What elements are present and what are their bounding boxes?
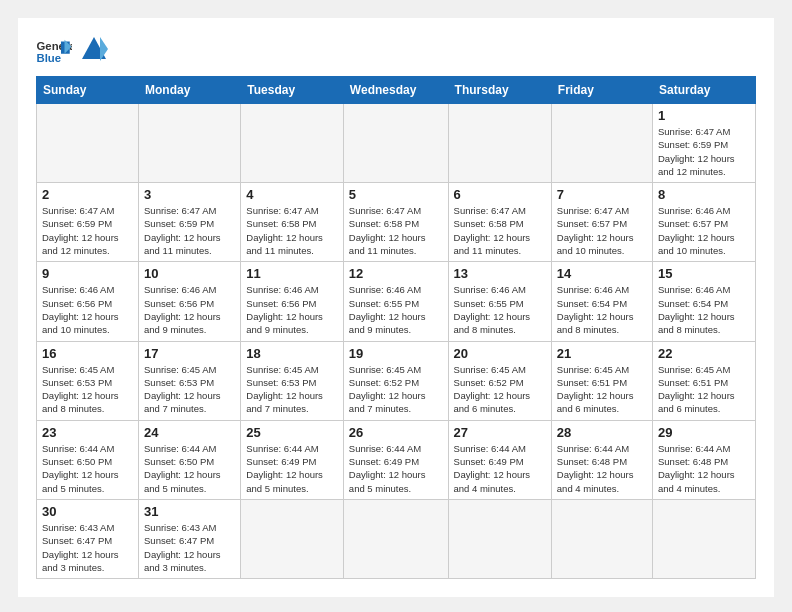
calendar-cell: 1Sunrise: 6:47 AM Sunset: 6:59 PM Daylig…: [653, 104, 756, 183]
calendar-cell: [653, 499, 756, 578]
day-info: Sunrise: 6:45 AM Sunset: 6:51 PM Dayligh…: [658, 363, 750, 416]
col-header-monday: Monday: [139, 77, 241, 104]
day-info: Sunrise: 6:46 AM Sunset: 6:57 PM Dayligh…: [658, 204, 750, 257]
calendar-cell: 15Sunrise: 6:46 AM Sunset: 6:54 PM Dayli…: [653, 262, 756, 341]
day-number: 15: [658, 266, 750, 281]
calendar-cell: [551, 104, 652, 183]
calendar-cell: 29Sunrise: 6:44 AM Sunset: 6:48 PM Dayli…: [653, 420, 756, 499]
day-info: Sunrise: 6:47 AM Sunset: 6:59 PM Dayligh…: [658, 125, 750, 178]
day-number: 22: [658, 346, 750, 361]
calendar-cell: 14Sunrise: 6:46 AM Sunset: 6:54 PM Dayli…: [551, 262, 652, 341]
calendar-cell: 8Sunrise: 6:46 AM Sunset: 6:57 PM Daylig…: [653, 183, 756, 262]
calendar-cell: 6Sunrise: 6:47 AM Sunset: 6:58 PM Daylig…: [448, 183, 551, 262]
day-info: Sunrise: 6:45 AM Sunset: 6:52 PM Dayligh…: [349, 363, 443, 416]
calendar-cell: 16Sunrise: 6:45 AM Sunset: 6:53 PM Dayli…: [37, 341, 139, 420]
calendar-cell: [551, 499, 652, 578]
calendar-cell: 5Sunrise: 6:47 AM Sunset: 6:58 PM Daylig…: [343, 183, 448, 262]
calendar-cell: 23Sunrise: 6:44 AM Sunset: 6:50 PM Dayli…: [37, 420, 139, 499]
day-info: Sunrise: 6:44 AM Sunset: 6:49 PM Dayligh…: [349, 442, 443, 495]
day-info: Sunrise: 6:44 AM Sunset: 6:50 PM Dayligh…: [42, 442, 133, 495]
col-header-friday: Friday: [551, 77, 652, 104]
calendar-cell: 9Sunrise: 6:46 AM Sunset: 6:56 PM Daylig…: [37, 262, 139, 341]
day-number: 24: [144, 425, 235, 440]
day-info: Sunrise: 6:47 AM Sunset: 6:58 PM Dayligh…: [349, 204, 443, 257]
calendar-cell: [448, 499, 551, 578]
calendar-cell: 10Sunrise: 6:46 AM Sunset: 6:56 PM Dayli…: [139, 262, 241, 341]
day-number: 19: [349, 346, 443, 361]
day-number: 28: [557, 425, 647, 440]
day-info: Sunrise: 6:44 AM Sunset: 6:48 PM Dayligh…: [557, 442, 647, 495]
col-header-wednesday: Wednesday: [343, 77, 448, 104]
day-info: Sunrise: 6:47 AM Sunset: 6:57 PM Dayligh…: [557, 204, 647, 257]
calendar-cell: 18Sunrise: 6:45 AM Sunset: 6:53 PM Dayli…: [241, 341, 344, 420]
day-number: 7: [557, 187, 647, 202]
day-info: Sunrise: 6:44 AM Sunset: 6:49 PM Dayligh…: [454, 442, 546, 495]
calendar-cell: 21Sunrise: 6:45 AM Sunset: 6:51 PM Dayli…: [551, 341, 652, 420]
calendar-cell: 20Sunrise: 6:45 AM Sunset: 6:52 PM Dayli…: [448, 341, 551, 420]
day-number: 20: [454, 346, 546, 361]
day-number: 25: [246, 425, 338, 440]
day-number: 26: [349, 425, 443, 440]
day-info: Sunrise: 6:46 AM Sunset: 6:56 PM Dayligh…: [144, 283, 235, 336]
col-header-sunday: Sunday: [37, 77, 139, 104]
calendar-cell: 25Sunrise: 6:44 AM Sunset: 6:49 PM Dayli…: [241, 420, 344, 499]
day-info: Sunrise: 6:43 AM Sunset: 6:47 PM Dayligh…: [42, 521, 133, 574]
calendar-cell: 2Sunrise: 6:47 AM Sunset: 6:59 PM Daylig…: [37, 183, 139, 262]
calendar-week-2: 2Sunrise: 6:47 AM Sunset: 6:59 PM Daylig…: [37, 183, 756, 262]
col-header-thursday: Thursday: [448, 77, 551, 104]
day-info: Sunrise: 6:46 AM Sunset: 6:56 PM Dayligh…: [42, 283, 133, 336]
calendar-cell: [37, 104, 139, 183]
day-info: Sunrise: 6:46 AM Sunset: 6:56 PM Dayligh…: [246, 283, 338, 336]
day-info: Sunrise: 6:47 AM Sunset: 6:58 PM Dayligh…: [454, 204, 546, 257]
calendar-cell: 30Sunrise: 6:43 AM Sunset: 6:47 PM Dayli…: [37, 499, 139, 578]
day-number: 16: [42, 346, 133, 361]
calendar-cell: [139, 104, 241, 183]
col-header-tuesday: Tuesday: [241, 77, 344, 104]
calendar-cell: [448, 104, 551, 183]
calendar-cell: 7Sunrise: 6:47 AM Sunset: 6:57 PM Daylig…: [551, 183, 652, 262]
day-number: 21: [557, 346, 647, 361]
day-info: Sunrise: 6:47 AM Sunset: 6:58 PM Dayligh…: [246, 204, 338, 257]
day-info: Sunrise: 6:47 AM Sunset: 6:59 PM Dayligh…: [42, 204, 133, 257]
calendar-cell: [241, 104, 344, 183]
day-number: 9: [42, 266, 133, 281]
day-number: 4: [246, 187, 338, 202]
calendar-table: SundayMondayTuesdayWednesdayThursdayFrid…: [36, 76, 756, 579]
day-info: Sunrise: 6:46 AM Sunset: 6:55 PM Dayligh…: [454, 283, 546, 336]
calendar-cell: 27Sunrise: 6:44 AM Sunset: 6:49 PM Dayli…: [448, 420, 551, 499]
calendar-cell: 26Sunrise: 6:44 AM Sunset: 6:49 PM Dayli…: [343, 420, 448, 499]
day-info: Sunrise: 6:45 AM Sunset: 6:53 PM Dayligh…: [42, 363, 133, 416]
calendar-cell: 4Sunrise: 6:47 AM Sunset: 6:58 PM Daylig…: [241, 183, 344, 262]
day-info: Sunrise: 6:44 AM Sunset: 6:50 PM Dayligh…: [144, 442, 235, 495]
day-number: 13: [454, 266, 546, 281]
day-info: Sunrise: 6:47 AM Sunset: 6:59 PM Dayligh…: [144, 204, 235, 257]
calendar-cell: 3Sunrise: 6:47 AM Sunset: 6:59 PM Daylig…: [139, 183, 241, 262]
day-number: 23: [42, 425, 133, 440]
calendar-week-5: 23Sunrise: 6:44 AM Sunset: 6:50 PM Dayli…: [37, 420, 756, 499]
day-info: Sunrise: 6:46 AM Sunset: 6:54 PM Dayligh…: [557, 283, 647, 336]
day-number: 14: [557, 266, 647, 281]
day-info: Sunrise: 6:45 AM Sunset: 6:53 PM Dayligh…: [144, 363, 235, 416]
calendar-cell: 13Sunrise: 6:46 AM Sunset: 6:55 PM Dayli…: [448, 262, 551, 341]
day-number: 17: [144, 346, 235, 361]
calendar-cell: 24Sunrise: 6:44 AM Sunset: 6:50 PM Dayli…: [139, 420, 241, 499]
day-number: 1: [658, 108, 750, 123]
day-number: 5: [349, 187, 443, 202]
day-number: 18: [246, 346, 338, 361]
calendar-header-row: SundayMondayTuesdayWednesdayThursdayFrid…: [37, 77, 756, 104]
day-number: 8: [658, 187, 750, 202]
day-number: 27: [454, 425, 546, 440]
calendar-cell: 12Sunrise: 6:46 AM Sunset: 6:55 PM Dayli…: [343, 262, 448, 341]
day-number: 3: [144, 187, 235, 202]
header: General Blue: [36, 34, 756, 66]
calendar-page: General Blue SundayMondayTuesdayWednesda…: [18, 18, 774, 597]
day-info: Sunrise: 6:45 AM Sunset: 6:53 PM Dayligh…: [246, 363, 338, 416]
day-number: 11: [246, 266, 338, 281]
calendar-week-6: 30Sunrise: 6:43 AM Sunset: 6:47 PM Dayli…: [37, 499, 756, 578]
calendar-cell: 22Sunrise: 6:45 AM Sunset: 6:51 PM Dayli…: [653, 341, 756, 420]
day-number: 10: [144, 266, 235, 281]
calendar-cell: 11Sunrise: 6:46 AM Sunset: 6:56 PM Dayli…: [241, 262, 344, 341]
day-number: 2: [42, 187, 133, 202]
day-number: 31: [144, 504, 235, 519]
day-info: Sunrise: 6:46 AM Sunset: 6:54 PM Dayligh…: [658, 283, 750, 336]
